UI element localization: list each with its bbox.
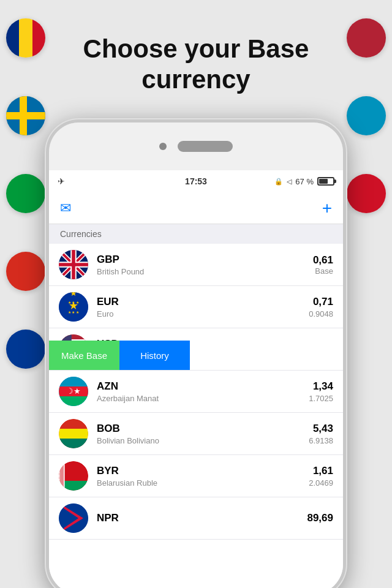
svg-text:★ ★ ★: ★ ★ ★ [68, 310, 80, 314]
currency-row-npr[interactable]: NPR 89,69 [49, 497, 343, 540]
mail-icon[interactable]: ✉ [60, 200, 71, 216]
currency-info-bob: BOB Bolivian Boliviano [97, 423, 309, 445]
currency-info-gbp: GBP British Pound [97, 254, 313, 276]
currency-row-eur[interactable]: ★ ★ ★ ★ ★ ★ ★ EUR Euro 0,71 0.9048 [49, 286, 343, 328]
gbp-base-label: Base [313, 266, 333, 276]
currency-name-azn: Azerbaijan Manat [97, 394, 309, 403]
currency-values-azn: 1,34 1.7025 [309, 380, 333, 403]
flag-gbp [59, 250, 88, 279]
flag-eur: ★ ★ ★ ★ ★ ★ ★ [59, 292, 88, 322]
currency-row-azn[interactable]: ☽★ AZN Azerbaijan Manat 1,34 1.7025 [49, 371, 343, 413]
nav-bar: ✉ + [49, 192, 343, 224]
currency-info-byr: BYR Belarusian Ruble [97, 465, 309, 488]
status-left: ✈ [58, 176, 65, 186]
byr-sub-value: 2.0469 [309, 478, 333, 488]
add-button[interactable]: + [322, 198, 332, 218]
phone-top-bar [49, 123, 343, 170]
airplane-icon: ✈ [58, 176, 65, 186]
currency-list[interactable]: GBP British Pound 0,61 Base [49, 244, 343, 588]
currency-row-bob[interactable]: BOB Bolivian Boliviano 5,43 6.9138 [49, 413, 343, 455]
azn-main-value: 1,34 [309, 380, 333, 393]
battery-fill [319, 179, 328, 184]
byr-main-value: 1,61 [309, 465, 333, 477]
context-menu: Make Base History [49, 341, 190, 370]
svg-rect-35 [60, 461, 64, 491]
npr-main-value: 89,69 [307, 512, 333, 524]
currency-values-byr: 1,61 2.0469 [309, 465, 333, 488]
currency-code-npr: NPR [97, 512, 307, 524]
flag-npr [59, 503, 88, 533]
lock-icon: 🔒 [274, 178, 283, 186]
section-label: Currencies [60, 229, 102, 239]
currency-info-npr: NPR [97, 512, 307, 524]
speaker-grille [178, 141, 233, 152]
currency-row-usd[interactable]: ★★★ ★★ USD US Dollar Make Base History [49, 328, 343, 371]
currency-values-eur: 0,71 0.9048 [309, 296, 333, 318]
currency-name-bob: Bolivian Boliviano [97, 436, 309, 445]
svg-text:☽★: ☽★ [66, 386, 81, 396]
svg-rect-25 [59, 396, 88, 406]
svg-rect-23 [59, 377, 88, 386]
azn-sub-value: 1.7025 [309, 394, 333, 403]
currency-code-gbp: GBP [97, 254, 313, 266]
svg-rect-28 [59, 419, 88, 429]
currency-code-azn: AZN [97, 380, 309, 393]
currency-code-bob: BOB [97, 423, 309, 435]
status-bar: ✈ 17:53 🔒 ◁ 67 % [49, 170, 343, 192]
flag-bob [59, 419, 88, 448]
currency-values-bob: 5,43 6.9138 [309, 423, 333, 445]
status-time: 17:53 [185, 176, 207, 186]
currency-info-eur: EUR Euro [97, 296, 309, 318]
svg-text:★ ★ ★: ★ ★ ★ [68, 300, 80, 304]
bob-main-value: 5,43 [309, 423, 333, 435]
currency-name-gbp: British Pound [97, 267, 313, 276]
battery-icon [317, 177, 334, 186]
camera-dot [159, 143, 167, 150]
bob-sub-value: 6.9138 [309, 436, 333, 445]
currency-values-gbp: 0,61 Base [313, 254, 333, 276]
status-right: 🔒 ◁ 67 % [274, 177, 334, 186]
currency-values-npr: 89,69 [307, 512, 333, 524]
eur-sub-value: 0.9048 [309, 309, 333, 318]
flag-byr [59, 461, 88, 491]
battery-percent: 67 % [295, 177, 314, 186]
svg-rect-29 [59, 429, 88, 439]
currency-code-eur: EUR [97, 296, 309, 308]
section-header: Currencies [49, 224, 343, 244]
currency-name-byr: Belarusian Ruble [97, 478, 309, 488]
flag-azn: ☽★ [59, 377, 88, 406]
currency-code-byr: BYR [97, 465, 309, 477]
location-icon: ◁ [287, 178, 292, 186]
currency-name-eur: Euro [97, 309, 309, 318]
currency-info-azn: AZN Azerbaijan Manat [97, 380, 309, 403]
currency-row-gbp[interactable]: GBP British Pound 0,61 Base [49, 244, 343, 286]
currency-row-byr[interactable]: BYR Belarusian Ruble 1,61 2.0469 [49, 455, 343, 497]
eur-main-value: 0,71 [309, 296, 333, 308]
gbp-main-value: 0,61 [313, 254, 333, 266]
make-base-button[interactable]: Make Base [49, 341, 119, 370]
svg-rect-30 [59, 439, 88, 448]
phone-frame: ✈ 17:53 🔒 ◁ 67 % ✉ + Currencies [46, 119, 346, 588]
phone-screen: ✈ 17:53 🔒 ◁ 67 % ✉ + Currencies [49, 170, 343, 588]
history-button[interactable]: History [119, 341, 190, 370]
